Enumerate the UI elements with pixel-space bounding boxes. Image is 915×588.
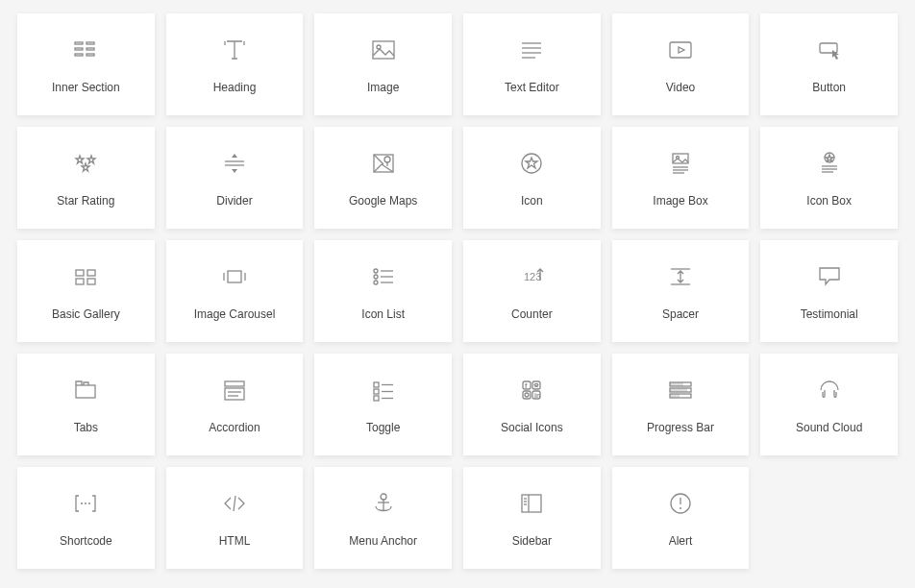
sidebar-icon [518,486,545,521]
widget-star-rating[interactable]: Star Rating [17,127,155,229]
menu-anchor-icon [370,486,397,521]
widget-label: Accordion [209,421,260,434]
widget-divider[interactable]: Divider [166,127,304,229]
widget-counter[interactable]: Counter [463,240,601,342]
widget-image-box[interactable]: Image Box [612,127,750,229]
widget-label: Shortcode [60,534,112,548]
widget-google-maps[interactable]: Google Maps [314,127,452,229]
widget-label: Image [367,81,399,94]
widget-spacer[interactable]: Spacer [612,240,750,342]
star-rating-icon [72,146,99,181]
widget-icon-box[interactable]: Icon Box [760,127,898,229]
widget-label: Alert [669,534,693,548]
widget-label: Tabs [74,421,98,434]
html-icon [221,486,248,521]
image-icon [370,33,397,67]
widget-social-icons[interactable]: Social Icons [463,354,601,455]
widget-label: Image Carousel [194,307,276,321]
icon-icon [518,146,545,181]
shortcode-icon [72,486,99,521]
widget-label: Heading [213,81,257,94]
image-carousel-icon [221,259,248,294]
progress-bar-icon [667,373,694,407]
image-box-icon [667,146,694,181]
alert-icon [667,486,694,521]
sound-cloud-icon [816,373,843,407]
counter-icon [518,259,545,294]
text-editor-icon [518,33,545,67]
testimonial-icon [816,259,843,294]
widget-label: Text Editor [505,81,559,94]
widget-toggle[interactable]: Toggle [314,354,452,455]
widget-label: Sound Cloud [796,421,862,434]
widget-label: Social Icons [501,421,563,434]
widgets-grid: Inner Section Heading Image Text Editor … [17,13,898,569]
widget-button[interactable]: Button [760,13,898,115]
inner-section-icon [72,33,99,67]
widget-label: Toggle [366,421,400,434]
widget-basic-gallery[interactable]: Basic Gallery [17,240,155,342]
widget-html[interactable]: HTML [166,467,304,569]
basic-gallery-icon [72,259,99,294]
widget-image-carousel[interactable]: Image Carousel [166,240,304,342]
widget-label: Icon List [361,307,405,321]
widget-inner-section[interactable]: Inner Section [17,13,155,115]
widget-sidebar[interactable]: Sidebar [463,467,601,569]
widget-icon[interactable]: Icon [463,127,601,229]
widget-label: Progress Bar [647,421,714,434]
widget-sound-cloud[interactable]: Sound Cloud [760,354,898,455]
icon-box-icon [816,146,843,181]
widget-testimonial[interactable]: Testimonial [760,240,898,342]
widget-label: Inner Section [52,81,120,94]
widget-alert[interactable]: Alert [612,467,750,569]
widget-label: HTML [219,534,251,548]
widget-label: Button [812,81,846,94]
widget-accordion[interactable]: Accordion [166,354,304,455]
spacer-icon [667,259,694,294]
widget-heading[interactable]: Heading [166,13,304,115]
widget-label: Divider [216,194,252,208]
widget-icon-list[interactable]: Icon List [314,240,452,342]
widget-menu-anchor[interactable]: Menu Anchor [314,467,452,569]
widget-shortcode[interactable]: Shortcode [17,467,155,569]
widget-text-editor[interactable]: Text Editor [463,13,601,115]
widget-video[interactable]: Video [612,13,750,115]
social-icons-icon [518,373,545,407]
widget-tabs[interactable]: Tabs [17,354,155,455]
widget-label: Icon Box [806,194,852,208]
widget-label: Icon [521,194,543,208]
widget-label: Video [666,81,695,94]
widget-label: Sidebar [512,534,552,548]
widget-label: Star Rating [57,194,114,208]
icon-list-icon [370,259,397,294]
heading-icon [221,33,248,67]
widget-progress-bar[interactable]: Progress Bar [612,354,750,455]
widget-label: Testimonial [801,307,858,321]
button-icon [816,33,843,67]
widget-label: Basic Gallery [52,307,120,321]
widget-label: Image Box [653,194,707,208]
accordion-icon [221,373,248,407]
widget-image[interactable]: Image [314,13,452,115]
google-maps-icon [370,146,397,181]
video-icon [667,33,694,67]
widget-label: Menu Anchor [349,534,417,548]
divider-icon [221,146,248,181]
widget-label: Spacer [662,307,699,321]
toggle-icon [370,373,397,407]
widget-label: Counter [511,307,553,321]
tabs-icon [72,373,99,407]
widget-label: Google Maps [349,194,417,208]
